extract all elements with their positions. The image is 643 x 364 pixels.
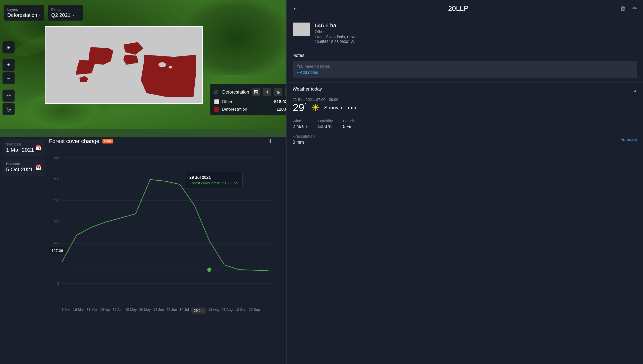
weather-title: Weather today — [293, 87, 322, 92]
x-label-15apr: 15 Apr — [100, 308, 110, 314]
chevron-up-icon[interactable]: ▲ — [633, 89, 637, 93]
chart-container: 127.06 600 500 400 300 200 0 — [49, 150, 273, 320]
add-notes-link[interactable]: + Add notes — [297, 70, 633, 75]
other-value: 518.02 ha — [274, 99, 287, 104]
precipitation-info: Precipitation 0 mm — [293, 134, 315, 145]
start-date-label: Start date — [6, 142, 34, 146]
tooltip-number: 126.68 ha — [221, 181, 238, 185]
temp-value: 29 — [293, 102, 304, 113]
info-icon: ⓘ — [214, 90, 218, 95]
x-label-27sep: 27 Sep — [249, 308, 260, 314]
notes-section-title: Notes — [293, 53, 637, 58]
clouds-value: 5 % — [343, 124, 355, 129]
top-controls: Layers Deforestation ▾ Period Q2 2021 ▾ — [4, 5, 83, 21]
end-date-label: End date — [6, 162, 33, 166]
wind-arrow-icon: ➤ — [305, 125, 308, 129]
y-value-label: 127.06 — [49, 247, 66, 254]
map-area[interactable]: Layers Deforestation ▾ Period Q2 2021 ▾ … — [0, 0, 286, 129]
data-point — [207, 268, 211, 271]
property-area: 646.6 ha — [315, 22, 637, 29]
calendar-icon[interactable]: 📅 — [35, 164, 42, 170]
weather-header: Weather today ▲ — [293, 87, 637, 94]
legend-item-deforestation: Deforestation 128.6 ha — [214, 107, 286, 112]
property-location: State of Rondônia, Brazil — [315, 35, 637, 39]
calendar-icon[interactable]: 📅 — [35, 145, 42, 151]
deforestation-label: Deforestation — [222, 107, 274, 112]
y-label-200: 200 — [54, 241, 60, 245]
back-button[interactable]: ← — [293, 5, 299, 12]
property-type: Other — [315, 30, 637, 34]
target-icon: ◎ — [7, 106, 11, 112]
forecast-link[interactable]: Forecast — [620, 137, 637, 142]
zoom-out-button[interactable]: − — [3, 72, 15, 84]
precipitation-label: Precipitation — [293, 134, 315, 139]
temp-unit: ° — [304, 102, 307, 109]
property-card: 646.6 ha Other State of Rondônia, Brazil… — [287, 17, 643, 49]
period-value-container: Q2 2021 ▾ — [51, 12, 79, 18]
other-label: Other — [222, 99, 272, 104]
end-date-box: End date 5 Oct 2021 📅 — [3, 159, 45, 176]
chevron-down-icon: ▾ — [73, 14, 74, 17]
weather-description: Sunny, no rain — [324, 105, 356, 111]
deforestation-value: 128.6 ha — [277, 107, 286, 112]
layers-icon: ⊞ — [7, 44, 11, 50]
precipitation-value: 0 mm — [293, 140, 315, 145]
y-label-500: 500 — [54, 177, 60, 181]
tooltip-label: Forest cover area: — [189, 181, 220, 185]
x-label-16mar: 16 Mar — [73, 308, 84, 314]
tooltip-value: Forest cover area: 126.68 ha — [189, 181, 238, 185]
right-panel: ← 20LLP 🗑 ✏ 646.6 ha Other State of Rond… — [286, 0, 643, 364]
layers-dropdown[interactable]: Layers Deforestation ▾ — [4, 5, 44, 21]
deforestation-hole — [169, 66, 172, 68]
tooltip-date: 29 Jul 2021 — [189, 175, 238, 180]
end-date-value: 5 Oct 2021 — [6, 166, 33, 173]
draw-button[interactable]: ✏ — [3, 90, 15, 102]
delete-button[interactable]: 🗑 — [620, 5, 626, 12]
legend-image-btn[interactable]: 🖼 — [252, 88, 260, 96]
layers-button[interactable]: ⊞ — [3, 41, 15, 53]
chart-download-button[interactable]: ⬇ — [268, 138, 273, 144]
start-date-info: Start date 1 Mar 2021 — [6, 142, 34, 153]
right-panel-title: 20LLP — [303, 5, 614, 13]
y-value-text: 127.06 — [51, 248, 63, 253]
other-color-box — [214, 99, 219, 104]
weather-temperature: 29° — [293, 102, 307, 114]
clouds-group: Clouds 5 % — [343, 119, 355, 129]
legend-settings-btn[interactable]: ⊕ — [274, 88, 282, 96]
layers-value: Deforestation — [7, 12, 37, 18]
plus-icon: + — [7, 62, 10, 68]
location-button[interactable]: ◎ — [3, 103, 15, 115]
zoom-in-button[interactable]: + — [3, 59, 15, 71]
pencil-icon: ✏ — [7, 93, 11, 99]
weather-section: Weather today ▲ 22 Sep 2021, 07:00 - 08:… — [287, 83, 643, 149]
legend-title: Deforestation — [222, 90, 249, 95]
x-label-29jul: 29 Jul — [191, 308, 206, 314]
x-label-30may: 30 May — [139, 308, 151, 314]
period-value: Q2 2021 — [51, 12, 71, 18]
beta-badge: Beta — [102, 139, 113, 143]
notes-box[interactable]: You have no notes + Add notes — [293, 61, 637, 78]
period-dropdown[interactable]: Period Q2 2021 ▾ — [48, 5, 83, 21]
x-label-13aug: 13 Aug — [208, 308, 219, 314]
property-coordinates: 10.6566° S 63.9930° W — [315, 39, 637, 44]
minus-icon: − — [7, 76, 10, 81]
weather-date: 22 Sep 2021, 07:00 - 08:00 — [293, 97, 637, 102]
property-info: 646.6 ha Other State of Rondônia, Brazil… — [315, 22, 637, 44]
legend-download-btn[interactable]: ⬇ — [263, 88, 271, 96]
y-label-600: 600 — [54, 156, 60, 159]
x-label-31mar: 31 Mar — [86, 308, 97, 314]
chart-x-labels: 1 Mar 16 Mar 31 Mar 15 Apr 30 Apr 15 May… — [49, 306, 273, 314]
x-label-14jul: 14 Jul — [179, 308, 189, 314]
chart-header: Forest cover change Beta ⬇ — [49, 138, 273, 144]
wind-label: Wind — [293, 119, 308, 123]
right-panel-header: ← 20LLP 🗑 ✏ — [287, 0, 643, 17]
y-label-400: 400 — [54, 198, 60, 202]
bottom-area: Start date 1 Mar 2021 📅 End date 5 Oct 2… — [0, 129, 286, 364]
deforestation-color-box — [214, 107, 219, 112]
map-overlay-panel — [45, 26, 203, 104]
wind-speed: 2 m/s — [293, 124, 304, 129]
sun-icon: ☀ — [311, 102, 320, 113]
property-thumbnail — [293, 22, 310, 36]
chevron-down-icon: ▾ — [39, 14, 41, 17]
edit-button[interactable]: ✏ — [632, 5, 637, 12]
